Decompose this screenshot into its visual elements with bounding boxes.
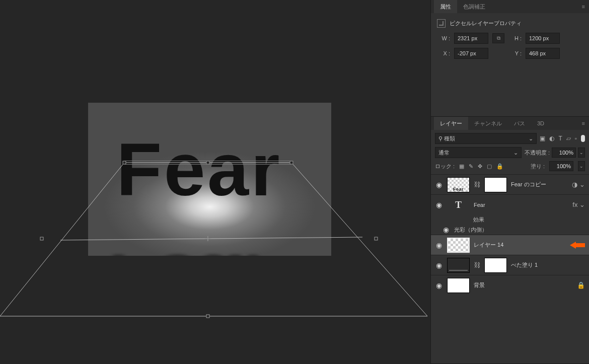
x-label: X :: [437, 50, 450, 56]
smart-object-icon[interactable]: ◑ ⌄: [572, 181, 585, 188]
layers-tabs: レイヤー チャンネル パス 3D ≡: [431, 117, 589, 130]
transform-handle[interactable]: [375, 237, 378, 241]
canvas-area[interactable]: Fear Fear ✛: [0, 0, 430, 364]
lock-artboard-icon[interactable]: ▢: [487, 163, 492, 170]
opacity-label: 不透明度 :: [525, 149, 550, 157]
properties-panel: 属性 色調補正 ≡ ピクセルレイヤープロパティ W : ⧉ H : X : Y …: [431, 0, 589, 117]
transform-handle[interactable]: [123, 161, 126, 165]
link-wh-button[interactable]: ⧉: [492, 33, 504, 43]
layer-mask-thumbnail[interactable]: [484, 177, 507, 192]
artboard: Fear Fear: [88, 103, 331, 256]
layer-name[interactable]: べた塗り 1: [511, 261, 585, 269]
lock-all-icon[interactable]: 🔒: [496, 163, 503, 170]
layer-effects-heading[interactable]: 効果: [431, 214, 589, 225]
layer-name[interactable]: Fear のコピー: [511, 181, 568, 188]
filter-type-icon[interactable]: T: [558, 135, 562, 142]
layer-row[interactable]: ◉ レイヤー 14: [431, 235, 589, 255]
properties-section-title: ピクセルレイヤープロパティ: [450, 20, 522, 27]
lock-brush-icon[interactable]: ✎: [469, 163, 473, 170]
layer-row[interactable]: ◉ Fear ⛓ Fear のコピー ◑ ⌄: [431, 174, 589, 194]
layer-list: ◉ Fear ⛓ Fear のコピー ◑ ⌄ ◉ T Fear fx ⌄ 効果 …: [431, 174, 589, 363]
filter-shape-icon[interactable]: ▱: [566, 135, 571, 142]
panel-menu-icon[interactable]: ≡: [582, 120, 585, 126]
layers-panel: レイヤー チャンネル パス 3D ≡ ⚲ 種類⌄ ▣ ◐ T ▱ ▫ 通常⌄: [431, 117, 589, 364]
tab-color-correction[interactable]: 色調補正: [457, 0, 491, 13]
blend-mode-select[interactable]: 通常⌄: [435, 147, 522, 158]
visibility-toggle-icon[interactable]: ◉: [442, 226, 450, 234]
callout-arrow-icon: [570, 242, 585, 249]
width-label: W :: [437, 35, 450, 41]
width-input[interactable]: [454, 33, 488, 44]
transform-handle[interactable]: [290, 161, 293, 165]
layer-mask-thumbnail[interactable]: [484, 258, 507, 273]
fill-chevron-icon[interactable]: ⌄: [578, 161, 585, 171]
layer-row[interactable]: ◉ ⛓ べた塗り 1: [431, 255, 589, 275]
y-label: Y :: [508, 50, 522, 56]
filter-toggle-icon[interactable]: [581, 135, 585, 142]
opacity-input[interactable]: 100%: [552, 148, 576, 158]
fill-label: 塗り :: [531, 163, 545, 170]
tab-channels[interactable]: チャンネル: [468, 117, 508, 130]
type-layer-icon: T: [447, 199, 470, 210]
height-label: H :: [508, 35, 522, 41]
layer-thumbnail[interactable]: [447, 278, 470, 293]
fill-input[interactable]: 100%: [549, 161, 573, 171]
tab-attributes[interactable]: 属性: [434, 0, 457, 13]
opacity-chevron-icon[interactable]: ⌄: [578, 148, 585, 158]
link-icon[interactable]: ⛓: [474, 261, 480, 269]
layer-effect-inner-glow[interactable]: ◉ 光彩（内側）: [431, 225, 589, 235]
layer-name[interactable]: 背景: [474, 281, 573, 289]
lock-move-icon[interactable]: ✥: [478, 163, 482, 170]
transform-handle[interactable]: [206, 161, 210, 165]
pixel-layer-icon: [437, 19, 446, 28]
layer-thumbnail[interactable]: [447, 258, 470, 273]
y-input[interactable]: [526, 48, 560, 59]
panel-menu-icon[interactable]: ≡: [582, 4, 585, 10]
side-panels: 属性 色調補正 ≡ ピクセルレイヤープロパティ W : ⧉ H : X : Y …: [430, 0, 589, 364]
layer-name[interactable]: Fear: [474, 202, 568, 208]
link-icon[interactable]: ⛓: [474, 181, 480, 188]
tab-3d[interactable]: 3D: [531, 117, 550, 130]
visibility-toggle-icon[interactable]: ◉: [435, 181, 443, 189]
visibility-toggle-icon[interactable]: ◉: [435, 281, 443, 289]
fx-badge[interactable]: fx ⌄: [572, 201, 585, 208]
filter-smart-icon[interactable]: ▫: [575, 135, 577, 142]
layer-row[interactable]: ◉ T Fear fx ⌄: [431, 194, 589, 214]
transform-handle[interactable]: [206, 315, 210, 318]
layer-row[interactable]: ◉ 背景 🔒: [431, 275, 589, 295]
visibility-toggle-icon[interactable]: ◉: [435, 261, 443, 269]
lock-icon[interactable]: 🔒: [577, 281, 585, 289]
tab-paths[interactable]: パス: [508, 117, 531, 130]
lock-label: ロック :: [435, 163, 455, 170]
x-input[interactable]: [454, 48, 488, 59]
lock-pixels-icon[interactable]: ▦: [459, 163, 464, 170]
layer-name[interactable]: レイヤー 14: [474, 241, 566, 249]
properties-tabs: 属性 色調補正 ≡: [431, 0, 589, 13]
tab-layers[interactable]: レイヤー: [434, 117, 468, 130]
transform-handle[interactable]: [40, 237, 44, 241]
filter-adjust-icon[interactable]: ◐: [549, 135, 554, 142]
filter-image-icon[interactable]: ▣: [540, 135, 545, 142]
layer-thumbnail[interactable]: [447, 238, 470, 253]
layer-filter-icons[interactable]: ▣ ◐ T ▱ ▫: [540, 135, 585, 142]
visibility-toggle-icon[interactable]: ◉: [435, 241, 443, 249]
visibility-toggle-icon[interactable]: ◉: [435, 201, 443, 209]
layer-filter-select[interactable]: ⚲ 種類⌄: [435, 133, 537, 144]
height-input[interactable]: [526, 33, 560, 44]
canvas-text-shadow: Fear: [108, 244, 274, 256]
layer-thumbnail[interactable]: Fear: [447, 177, 470, 192]
canvas-text: Fear: [116, 127, 282, 212]
transform-anchor-icon[interactable]: ✛: [205, 235, 211, 243]
